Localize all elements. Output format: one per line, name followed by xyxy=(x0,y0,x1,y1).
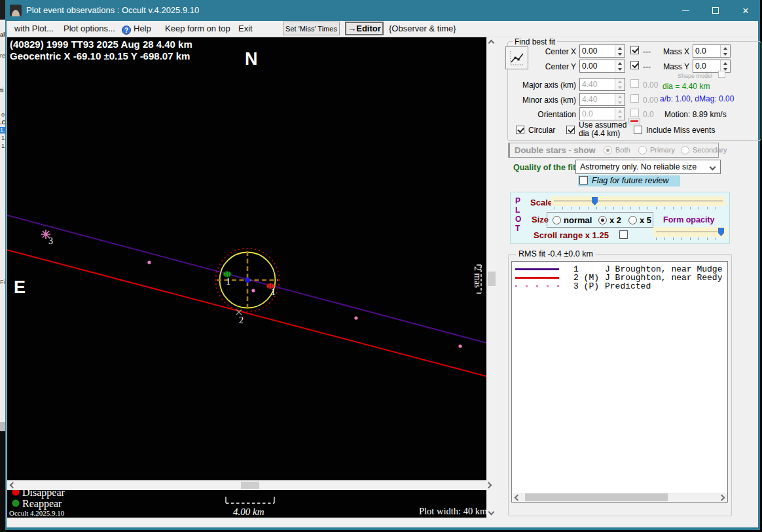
combo-chevron-icon xyxy=(710,164,716,171)
occult-plot-window: Plot event observations : Occult v.4.202… xyxy=(5,0,760,530)
center-y-label: Center Y xyxy=(537,62,576,71)
plot-horizontal-scrollbar[interactable] xyxy=(7,480,496,490)
major-axis-label: Major axis (km) xyxy=(511,80,576,90)
form-opacity-slider[interactable] xyxy=(653,227,727,237)
plot-canvas[interactable]: 3 1 1 xyxy=(7,37,486,518)
size-x2-label: x 2 xyxy=(609,215,621,225)
scroll-range-checkbox[interactable] xyxy=(619,230,628,239)
center-x-spinner[interactable]: 0.00 xyxy=(579,44,625,58)
circular-checkbox[interactable] xyxy=(516,126,524,134)
chord-colour-swatch[interactable] xyxy=(628,118,640,124)
set-miss-times-button[interactable]: Set 'Miss' Times xyxy=(283,22,340,35)
scroll-up-icon[interactable] xyxy=(488,40,495,46)
menubar: with Plot... Plot options... ?Help Keep … xyxy=(7,21,758,37)
mas-label: 2 mas xyxy=(473,266,482,288)
titlebar: Plot event observations : Occult v.4.202… xyxy=(7,0,758,21)
reappear-label: Reappear xyxy=(22,498,62,510)
double-stars-label: Double stars - show xyxy=(515,145,596,155)
minor-axis-err: 0.00 xyxy=(643,96,658,105)
ab-dmag-label: a/b: 1.00, dMag: 0.00 xyxy=(660,94,734,103)
plot-letter: T xyxy=(515,224,520,233)
size-x5-radio[interactable] xyxy=(628,216,637,224)
scalebar-label: 4.00 km xyxy=(233,506,264,517)
size-normal-label: normal xyxy=(564,215,592,225)
scroll-down-icon[interactable] xyxy=(488,509,495,516)
use-assumed-label: Use assumed dia (4.4 km) xyxy=(579,121,630,138)
chord2-line-swatch xyxy=(515,277,559,279)
scroll-right-icon[interactable] xyxy=(719,495,725,501)
quality-value: Astrometry only. No reliable size xyxy=(580,162,697,171)
orientation-err: 0.0 xyxy=(643,110,654,119)
menu-help[interactable]: ?Help xyxy=(122,24,151,35)
quality-combobox[interactable]: Astrometry only. No reliable size xyxy=(575,160,721,174)
form-opacity-label: Form opacity xyxy=(663,215,715,224)
size-x5-label: x 5 xyxy=(640,215,651,225)
plot-letter: L xyxy=(515,205,520,215)
scroll-range-label: Scroll range x 1.25 xyxy=(534,230,609,240)
maximize-button[interactable] xyxy=(700,0,731,21)
double-primary-radio xyxy=(638,146,647,154)
marker2-label: 2 xyxy=(239,315,244,325)
orientation-label: Orientation xyxy=(511,110,576,119)
control-panel: Find best fit Center X 0.00 --- Mass X 0… xyxy=(498,37,758,527)
best-fit-button[interactable] xyxy=(505,46,528,69)
menu-exit[interactable]: Exit xyxy=(238,24,253,33)
scale-slider[interactable] xyxy=(551,196,725,206)
size-radio-group: normal x 2 x 5 xyxy=(547,212,653,228)
size-normal-radio[interactable] xyxy=(553,216,561,224)
legend-list-hscrollbar[interactable] xyxy=(512,493,727,502)
observer-legend-list[interactable]: 1J Broughton, near Mudge 2 (M)J Broughto… xyxy=(511,261,728,503)
minor-axis-label: Minor axis (km) xyxy=(511,96,576,105)
plot-letter: P xyxy=(515,196,520,205)
close-icon: ✕ xyxy=(742,6,750,16)
flag-review-label: Flag for future review xyxy=(592,176,668,185)
vscroll-thumb[interactable] xyxy=(488,272,496,286)
close-button[interactable]: ✕ xyxy=(731,0,761,21)
shape-model-checkbox xyxy=(718,71,725,78)
chart-icon xyxy=(509,50,526,67)
scale-slider-thumb[interactable] xyxy=(592,197,598,205)
maximize-icon xyxy=(712,7,719,14)
mass-x-label: Mass X xyxy=(637,47,689,56)
double-secondary-label: Secondary xyxy=(693,146,727,154)
plot-width-label: Plot width: 40 km xyxy=(419,506,486,516)
menu-keep-on-top[interactable]: Keep form on top xyxy=(165,24,230,33)
scroll-right-icon[interactable] xyxy=(486,482,492,489)
plot-letter: O xyxy=(515,215,521,224)
predicted-path-dots xyxy=(147,260,462,347)
plot-settings-panel: P L O T Scale Size normal x 2 x 5 Form o… xyxy=(510,192,730,244)
observer-time-label: {Observer & time} xyxy=(389,24,456,33)
scroll-left-icon[interactable] xyxy=(10,482,16,489)
predicted-line-swatch xyxy=(515,285,559,287)
flag-review-checkbox[interactable] xyxy=(579,176,588,185)
menu-with-plot[interactable]: with Plot... xyxy=(14,24,54,33)
include-miss-label: Include Miss events xyxy=(646,126,715,135)
size-x2-radio[interactable] xyxy=(598,216,607,224)
east-label: E xyxy=(14,277,26,297)
include-miss-checkbox[interactable] xyxy=(634,126,642,134)
hscroll-thumb[interactable] xyxy=(241,482,259,489)
double-secondary-radio xyxy=(681,146,689,154)
mass-x-spinner[interactable]: 0.0 xyxy=(693,44,731,58)
minimize-button[interactable] xyxy=(670,0,700,21)
scale-label: Scale xyxy=(530,198,553,207)
use-assumed-checkbox[interactable] xyxy=(566,126,575,134)
legend-hscroll-thumb[interactable] xyxy=(525,493,668,501)
minimize-icon xyxy=(682,10,689,11)
app-icon xyxy=(10,5,22,16)
orientation-fit-checkbox xyxy=(630,109,639,117)
center-y-spinner[interactable]: 0.00 xyxy=(579,60,625,73)
form-opacity-ticks xyxy=(656,238,724,240)
plot-vertical-scrollbar[interactable] xyxy=(487,37,496,518)
double-both-radio xyxy=(604,146,612,154)
scroll-left-icon[interactable] xyxy=(515,495,521,501)
menu-plot-options[interactable]: Plot options... xyxy=(64,24,115,33)
legend-row[interactable]: 3 (P)Predicted xyxy=(515,282,651,291)
center-dot xyxy=(245,277,250,283)
north-label: N xyxy=(245,49,258,69)
shape-model-label: Shape model xyxy=(678,73,712,79)
scale-bar xyxy=(226,497,274,503)
editor-button[interactable]: →Editor xyxy=(345,22,384,35)
minor-axis-spinner: 4.40 xyxy=(579,93,625,106)
form-opacity-slider-thumb[interactable] xyxy=(718,228,724,236)
